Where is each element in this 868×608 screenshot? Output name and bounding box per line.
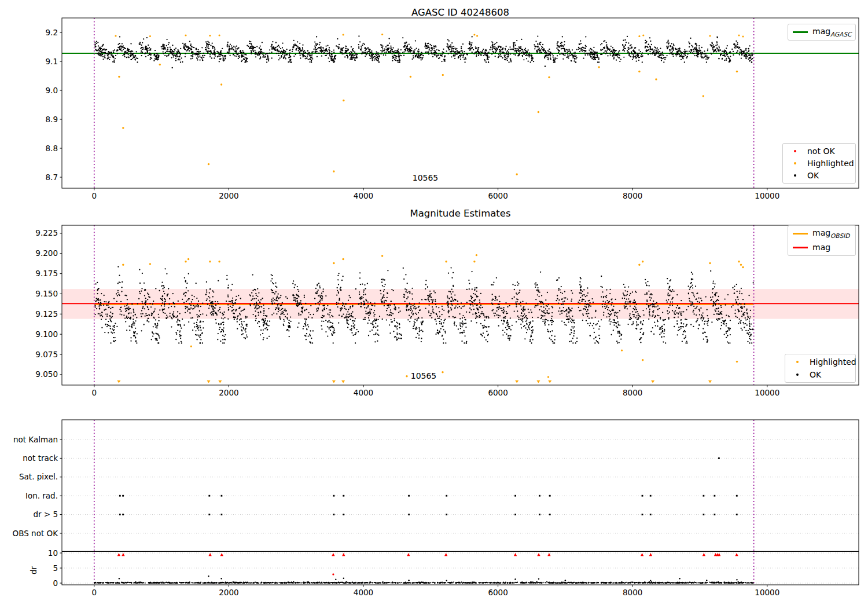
mag-agasc-legend-label: magAGASC: [812, 27, 851, 37]
mag-line-swatch: [793, 247, 808, 248]
svg-text:Sat. pixel.: Sat. pixel.: [19, 472, 58, 481]
svg-text:9.2: 9.2: [46, 28, 58, 37]
svg-text:2000: 2000: [219, 388, 238, 397]
svg-text:8000: 8000: [623, 388, 642, 397]
figure: 02000400060008000100008.78.88.99.09.19.2…: [0, 0, 868, 608]
svg-text:dr > 5: dr > 5: [33, 510, 58, 519]
svg-text:OBS not OK: OBS not OK: [13, 529, 59, 538]
not-ok-dot-swatch: [794, 150, 796, 152]
legend-label-text: mag: [812, 27, 830, 36]
ok-dot-swatch: [794, 174, 796, 177]
highlighted-dot-swatch: [796, 361, 799, 363]
legend-label-subscript: AGASC: [830, 31, 851, 38]
svg-text:6000: 6000: [488, 388, 507, 397]
legend-row: OK: [790, 368, 851, 381]
legend-row: not OK: [788, 145, 851, 157]
plot2-legend-lines: magOBSID mag: [788, 225, 856, 256]
legend-row: Highlighted: [790, 356, 851, 368]
ok-legend-label: OK: [810, 371, 821, 379]
legend-row: OK: [788, 170, 851, 182]
svg-text:9.225: 9.225: [35, 228, 58, 237]
svg-text:9.125: 9.125: [35, 309, 58, 318]
mag-agasc-line-swatch: [793, 31, 808, 33]
svg-text:6000: 6000: [488, 588, 507, 597]
highlighted-legend-label: Highlighted: [807, 159, 854, 167]
highlighted-dot-swatch: [794, 162, 796, 164]
svg-text:9.200: 9.200: [35, 248, 58, 258]
highlighted-legend-label: Highlighted: [810, 358, 856, 366]
legend-row: magOBSID: [793, 228, 851, 240]
svg-text:9.1: 9.1: [46, 57, 58, 66]
legend-row: mag: [793, 241, 851, 254]
ok-legend-label: OK: [807, 171, 819, 180]
svg-text:9.175: 9.175: [35, 269, 58, 278]
svg-text:5: 5: [53, 563, 58, 573]
legend-row: magAGASC: [793, 26, 851, 39]
svg-text:not track: not track: [23, 453, 58, 463]
ok-dot-swatch: [796, 373, 799, 376]
plot2-title: Magnitude Estimates: [62, 208, 859, 219]
plot1-legend-mag-agasc: magAGASC: [788, 24, 856, 41]
plot2-obsid-annotation: 10565: [403, 371, 444, 380]
svg-text:9.0: 9.0: [46, 86, 58, 95]
svg-text:8000: 8000: [623, 191, 642, 200]
svg-text:10: 10: [48, 548, 58, 558]
plot1-title: AGASC ID 40248608: [62, 7, 859, 18]
svg-text:Ion. rad.: Ion. rad.: [25, 491, 58, 500]
legend-row: Highlighted: [788, 157, 851, 169]
svg-text:8.9: 8.9: [46, 115, 58, 124]
mag-legend-label: mag: [812, 243, 830, 251]
svg-text:not Kalman: not Kalman: [13, 435, 58, 444]
svg-text:8000: 8000: [623, 588, 642, 597]
mag-obsid-line-swatch: [793, 233, 808, 235]
plot1-legend-markers: not OK Highlighted OK: [782, 143, 856, 184]
mag-obsid-legend-label: magOBSID: [812, 229, 849, 239]
plots-canvas: 02000400060008000100008.78.88.99.09.19.2…: [0, 0, 868, 608]
svg-text:9.050: 9.050: [35, 369, 58, 379]
svg-text:9.150: 9.150: [35, 289, 58, 298]
svg-text:dr: dr: [29, 566, 38, 574]
svg-text:0: 0: [92, 388, 97, 397]
svg-text:9.075: 9.075: [35, 350, 58, 359]
svg-text:4000: 4000: [354, 588, 373, 597]
svg-text:10000: 10000: [755, 388, 779, 397]
svg-text:0: 0: [92, 588, 97, 597]
svg-text:10000: 10000: [755, 191, 779, 200]
svg-text:4000: 4000: [354, 388, 373, 397]
svg-text:10000: 10000: [755, 588, 779, 597]
svg-text:6000: 6000: [488, 191, 507, 200]
svg-text:4000: 4000: [354, 191, 373, 200]
not-ok-legend-label: not OK: [807, 147, 835, 155]
plot1-obsid-annotation: 10565: [405, 173, 446, 182]
svg-text:8.8: 8.8: [46, 144, 58, 153]
svg-text:8.7: 8.7: [46, 173, 58, 182]
svg-text:9.100: 9.100: [35, 329, 58, 339]
legend-label-text: mag: [812, 228, 830, 237]
plot2-legend-markers: Highlighted OK: [785, 354, 856, 383]
svg-text:0: 0: [53, 578, 58, 588]
svg-text:0: 0: [92, 191, 97, 200]
legend-label-subscript: OBSID: [830, 232, 849, 239]
svg-text:2000: 2000: [219, 191, 238, 200]
svg-text:2000: 2000: [219, 588, 238, 597]
